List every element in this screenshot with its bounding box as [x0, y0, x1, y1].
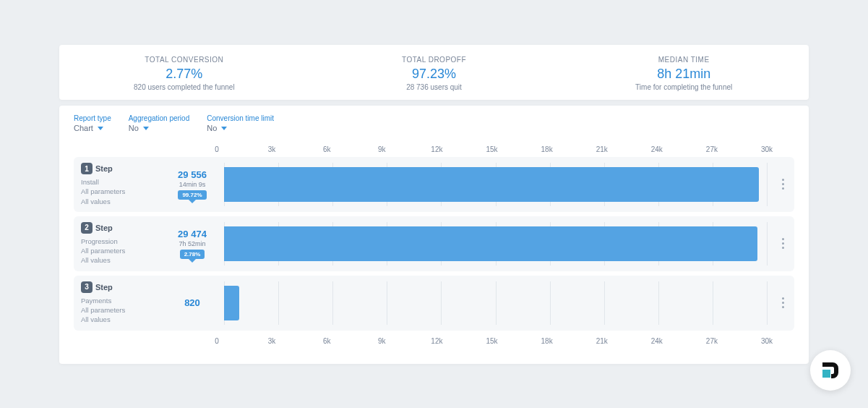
stat-total-dropoff: TOTAL DROPOFF 97.23% 28 736 users quit — [309, 45, 559, 100]
step-conversion-tag: 99.72% — [178, 190, 206, 200]
funnel-step-row: 1StepInstallAll parametersAll values29 5… — [74, 157, 794, 212]
axis-tick: 27k — [706, 145, 718, 153]
step-more-button[interactable] — [775, 234, 790, 254]
bar-track — [224, 222, 767, 265]
funnel-step-row: 3StepPaymentsAll parametersAll values820 — [74, 276, 794, 331]
step-median-time: 7h 52min — [179, 240, 205, 247]
stat-median-time: MEDIAN TIME 8h 21min Time for completing… — [559, 45, 809, 100]
filter-aggregation-period[interactable]: Aggregation period No — [129, 114, 190, 132]
step-count: 29 474 — [178, 229, 207, 239]
step-info: 2StepProgressionAll parametersAll values — [81, 222, 168, 265]
axis-tick: 30k — [761, 337, 773, 345]
stat-title: TOTAL CONVERSION — [59, 56, 309, 64]
step-params: All parameters — [81, 305, 168, 315]
funnel-chart-card: Report type Chart Aggregation period No … — [59, 106, 809, 364]
axis-tick: 6k — [323, 145, 331, 153]
stat-value: 8h 21min — [559, 67, 809, 82]
stat-value: 97.23% — [309, 67, 559, 82]
bar-track — [224, 281, 767, 325]
step-values: All values — [81, 255, 168, 265]
funnel-steps: 1StepInstallAll parametersAll values29 5… — [74, 157, 794, 331]
bar-track — [224, 163, 767, 206]
step-values: All values — [81, 197, 168, 206]
step-label: Step — [95, 283, 113, 292]
axis-tick: 18k — [541, 337, 553, 345]
step-values: All values — [81, 315, 168, 324]
axis-tick: 30k — [761, 145, 773, 153]
filter-label: Report type — [74, 114, 111, 122]
axis-tick: 15k — [486, 337, 497, 345]
step-count: 29 556 — [178, 169, 207, 180]
step-info: 1StepInstallAll parametersAll values — [81, 163, 168, 206]
axis-tick: 3k — [268, 337, 276, 345]
x-axis-top: 03k6k9k12k15k18k21k24k27k30k — [217, 141, 767, 157]
stat-title: MEDIAN TIME — [559, 56, 809, 64]
chevron-down-icon — [98, 127, 103, 130]
funnel-step-row: 2StepProgressionAll parametersAll values… — [74, 216, 794, 271]
axis-tick: 15k — [486, 145, 497, 153]
axis-tick: 0 — [215, 337, 219, 345]
step-number-badge: 2 — [81, 222, 93, 234]
filter-value: Chart — [74, 124, 93, 132]
step-params: All parameters — [81, 187, 168, 196]
axis-tick: 3k — [268, 145, 276, 153]
step-metrics: 29 4747h 52min2.78% — [168, 222, 217, 265]
step-conversion-tag: 2.78% — [180, 250, 205, 259]
step-label: Step — [95, 224, 113, 232]
axis-tick: 21k — [596, 145, 608, 153]
stat-sub: 820 users completed the funnel — [59, 83, 309, 91]
axis-tick: 9k — [378, 145, 386, 153]
brand-logo-icon — [820, 360, 841, 381]
step-event: Install — [81, 177, 168, 187]
step-count: 820 — [184, 297, 200, 308]
summary-card: TOTAL CONVERSION 2.77% 820 users complet… — [59, 45, 809, 100]
stat-title: TOTAL DROPOFF — [309, 56, 559, 64]
funnel-bar — [224, 167, 759, 202]
step-event: Payments — [81, 296, 168, 305]
funnel-chart: 03k6k9k12k15k18k21k24k27k30k 1StepInstal… — [74, 141, 794, 349]
step-number-badge: 1 — [81, 163, 93, 174]
step-more-button[interactable] — [775, 174, 790, 195]
axis-tick: 21k — [596, 337, 608, 345]
axis-tick: 12k — [431, 145, 442, 153]
step-label: Step — [95, 164, 113, 173]
stat-value: 2.77% — [59, 67, 309, 82]
filter-value: No — [129, 124, 139, 132]
step-median-time: 14min 9s — [179, 181, 206, 188]
filter-value: No — [207, 124, 217, 132]
stat-total-conversion: TOTAL CONVERSION 2.77% 820 users complet… — [59, 45, 309, 100]
funnel-bar — [224, 226, 757, 261]
x-axis-bottom: 03k6k9k12k15k18k21k24k27k30k — [217, 333, 767, 349]
axis-tick: 24k — [651, 145, 663, 153]
filter-report-type[interactable]: Report type Chart — [74, 114, 111, 132]
brand-badge — [810, 350, 851, 391]
chevron-down-icon — [143, 127, 149, 130]
stat-sub: 28 736 users quit — [309, 83, 559, 91]
step-number-badge: 3 — [81, 281, 93, 293]
step-more-button[interactable] — [775, 293, 790, 313]
funnel-bar — [224, 286, 239, 320]
stat-sub: Time for completing the funnel — [559, 83, 809, 91]
axis-tick: 0 — [215, 145, 219, 153]
svg-rect-0 — [822, 370, 830, 378]
filter-label: Aggregation period — [129, 114, 190, 122]
step-metrics: 820 — [168, 281, 217, 325]
axis-tick: 24k — [651, 337, 663, 345]
axis-tick: 12k — [431, 337, 442, 345]
axis-tick: 27k — [706, 337, 718, 345]
step-metrics: 29 55614min 9s99.72% — [168, 163, 217, 206]
step-event: Progression — [81, 237, 168, 246]
axis-tick: 6k — [323, 337, 331, 345]
axis-tick: 9k — [378, 337, 386, 345]
step-params: All parameters — [81, 246, 168, 255]
filter-conversion-time-limit[interactable]: Conversion time limit No — [207, 114, 274, 132]
filter-bar: Report type Chart Aggregation period No … — [74, 114, 794, 132]
chevron-down-icon — [221, 127, 227, 130]
step-info: 3StepPaymentsAll parametersAll values — [81, 281, 168, 325]
filter-label: Conversion time limit — [207, 114, 274, 122]
axis-tick: 18k — [541, 145, 553, 153]
